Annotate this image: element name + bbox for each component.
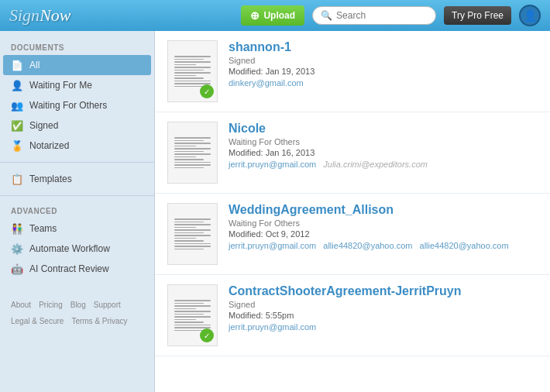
sidebar-item-all-label: All (29, 60, 40, 70)
doc-date: Modified: Oct 9, 2012 (229, 229, 538, 239)
main-layout: DOCUMENTS 📄 All 👤 Waiting For Me 👥 Waiti… (0, 31, 550, 392)
doc-info: WeddingAgreement_Allison Waiting For Oth… (229, 203, 538, 250)
sidebar-item-waiting-for-others[interactable]: 👥 Waiting For Others (0, 95, 154, 115)
divider-2 (0, 195, 154, 196)
support-link[interactable]: Support (94, 301, 121, 309)
doc-info: shannon-1 Signed Modified: Jan 19, 2013 … (229, 40, 538, 88)
sidebar-item-signed-label: Signed (29, 120, 58, 131)
doc-thumbnail (167, 122, 218, 184)
table-row[interactable]: ✓ shannon-1 Signed Modified: Jan 19, 201… (155, 31, 550, 112)
documents-section-title: DOCUMENTS (0, 39, 154, 55)
notarized-icon: 🏅 (11, 139, 23, 152)
upload-button[interactable]: ⊕ Upload (241, 5, 304, 26)
doc-info: Nicole Waiting For Others Modified: Jan … (229, 122, 538, 169)
templates-icon: 📋 (11, 173, 23, 185)
email-3: allie44820@yahoo.com (420, 241, 509, 250)
sidebar-footer: About Pricing Blog Support Legal & Secur… (0, 294, 154, 332)
sidebar-item-waiting-for-me[interactable]: 👤 Waiting For Me (0, 75, 154, 95)
sidebar-item-automate-workflow[interactable]: ⚙️ Automate Workflow (0, 239, 154, 259)
doc-date: Modified: Jan 19, 2013 (229, 67, 538, 76)
doc-name: WeddingAgreement_Allison (229, 203, 538, 217)
waiting-for-others-icon: 👥 (11, 99, 23, 112)
sidebar-item-signed[interactable]: ✅ Signed (0, 115, 154, 136)
doc-name: ContractShooterAgreement-JerritPruyn (229, 284, 538, 298)
sidebar-item-notarized-label: Notarized (29, 140, 69, 151)
sidebar-item-ai-contract[interactable]: 🤖 AI Contract Review (0, 259, 154, 279)
email-1: jerrit.pruyn@gmail.com (229, 160, 316, 169)
table-row[interactable]: Nicole Waiting For Others Modified: Jan … (155, 112, 550, 194)
email-2: Julia.crimi@expeditors.com (323, 160, 428, 169)
sidebar-item-waiting-for-me-label: Waiting For Me (29, 80, 92, 91)
pricing-link[interactable]: Pricing (39, 301, 63, 309)
doc-thumbnail (167, 203, 218, 265)
email-1: jerrit.pruyn@gmail.com (229, 322, 316, 332)
about-link[interactable]: About (11, 301, 31, 309)
signed-check-icon: ✓ (200, 84, 214, 98)
try-pro-label: Try Pro Free (452, 10, 504, 21)
doc-date: Modified: 5:55pm (229, 311, 538, 320)
logo: SignNow (9, 5, 233, 26)
sidebar-item-all[interactable]: 📄 All (3, 55, 151, 75)
doc-emails: jerrit.pruyn@gmail.com Julia.crimi@exped… (229, 160, 538, 169)
sidebar-item-ai-label: AI Contract Review (29, 263, 109, 274)
doc-name: shannon-1 (229, 40, 538, 54)
workflow-icon: ⚙️ (11, 242, 23, 255)
waiting-for-me-icon: 👤 (11, 79, 23, 91)
sidebar-item-workflow-label: Automate Workflow (29, 243, 110, 254)
avatar[interactable]: 👤 (519, 5, 541, 26)
document-list: ✓ shannon-1 Signed Modified: Jan 19, 201… (155, 31, 550, 392)
doc-name: Nicole (229, 122, 538, 136)
table-row[interactable]: WeddingAgreement_Allison Waiting For Oth… (155, 194, 550, 275)
email-2: allie44820@yahoo.com (323, 241, 412, 250)
doc-thumbnail: ✓ (167, 284, 218, 346)
advanced-section-title: ADVANCED (0, 202, 154, 218)
all-icon: 📄 (11, 59, 23, 71)
upload-label: Upload (263, 10, 295, 21)
sidebar-item-teams-label: Teams (29, 223, 57, 234)
terms-link[interactable]: Terms & Privacy (71, 317, 127, 325)
sidebar-item-notarized[interactable]: 🏅 Notarized (0, 136, 154, 156)
signed-icon: ✅ (11, 119, 23, 132)
sidebar: DOCUMENTS 📄 All 👤 Waiting For Me 👥 Waiti… (0, 31, 155, 392)
upload-icon: ⊕ (250, 9, 260, 22)
blog-link[interactable]: Blog (70, 301, 86, 309)
try-pro-button[interactable]: Try Pro Free (444, 6, 511, 25)
ai-icon: 🤖 (11, 263, 23, 275)
doc-date: Modified: Jan 16, 2013 (229, 148, 538, 157)
email-1: jerrit.pruyn@gmail.com (229, 241, 316, 250)
legal-link[interactable]: Legal & Secure (11, 317, 64, 325)
search-icon: 🔍 (321, 10, 332, 21)
doc-status: Waiting For Others (229, 218, 538, 228)
doc-emails: jerrit.pruyn@gmail.com allie44820@yahoo.… (229, 241, 538, 250)
doc-status: Waiting For Others (229, 137, 538, 146)
sidebar-item-templates[interactable]: 📋 Templates (0, 169, 154, 189)
doc-info: ContractShooterAgreement-JerritPruyn Sig… (229, 284, 538, 332)
divider-1 (0, 162, 154, 163)
search-input[interactable] (336, 10, 429, 21)
doc-status: Signed (229, 56, 538, 65)
doc-emails: jerrit.pruyn@gmail.com (229, 322, 538, 332)
table-row[interactable]: ✓ ContractShooterAgreement-JerritPruyn S… (155, 275, 550, 356)
teams-icon: 👫 (11, 222, 23, 235)
sidebar-item-templates-label: Templates (29, 174, 72, 184)
doc-thumbnail: ✓ (167, 40, 218, 102)
sidebar-item-teams[interactable]: 👫 Teams (0, 218, 154, 239)
sidebar-item-waiting-for-others-label: Waiting For Others (29, 100, 107, 111)
signed-check-icon: ✓ (200, 328, 214, 342)
doc-emails: dinkery@gmail.com (229, 78, 538, 88)
doc-status: Signed (229, 300, 538, 309)
email-1: dinkery@gmail.com (229, 78, 304, 88)
header: SignNow ⊕ Upload 🔍 Try Pro Free 👤 (0, 0, 550, 31)
search-bar: 🔍 (312, 6, 436, 25)
